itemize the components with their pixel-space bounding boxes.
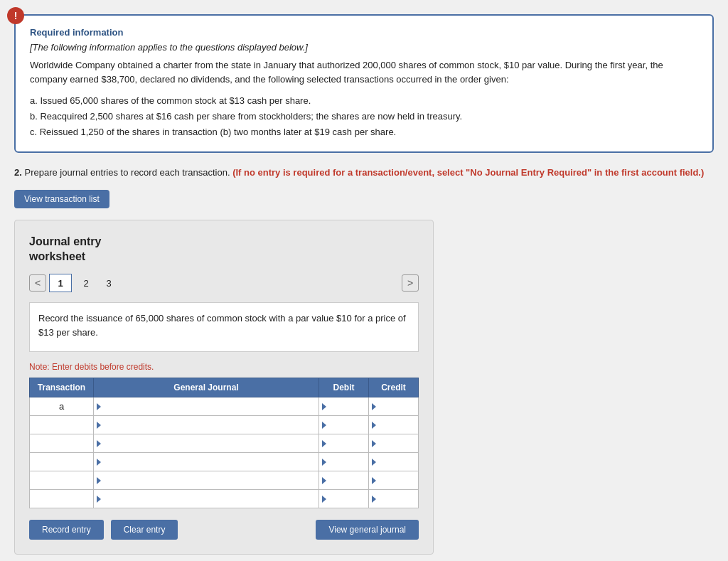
triangle-icon	[97, 440, 101, 447]
table-row: a	[30, 397, 419, 416]
triangle-icon	[322, 459, 326, 466]
table-row	[30, 490, 419, 508]
info-list: a. Issued 65,000 shares of the common st…	[30, 93, 698, 140]
general-journal-input[interactable]	[102, 492, 316, 506]
info-icon: !	[7, 7, 24, 24]
transaction-cell	[30, 471, 94, 490]
nav-current-page: 1	[49, 274, 72, 292]
debit-input[interactable]	[328, 455, 365, 469]
transaction-cell	[30, 416, 94, 434]
general-journal-input[interactable]	[102, 455, 316, 469]
worksheet-title: Journal entry worksheet	[29, 235, 419, 265]
button-row: Record entry Clear entry View general jo…	[29, 520, 419, 540]
general-journal-input[interactable]	[102, 437, 316, 450]
col-debit: Debit	[319, 378, 369, 397]
clear-entry-button[interactable]: Clear entry	[111, 520, 178, 540]
table-row	[30, 416, 419, 434]
general-journal-cell[interactable]	[94, 434, 319, 453]
list-item: b. Reacquired 2,500 shares at $16 cash p…	[30, 109, 698, 124]
triangle-icon	[97, 422, 101, 429]
debit-cell[interactable]	[319, 471, 369, 490]
list-item: a. Issued 65,000 shares of the common st…	[30, 93, 698, 109]
required-info-title: Required information	[30, 27, 698, 38]
general-journal-cell[interactable]	[94, 471, 319, 490]
table-row	[30, 453, 419, 471]
list-item: c. Reissued 1,250 of the shares in trans…	[30, 124, 698, 140]
table-row	[30, 434, 419, 453]
triangle-icon	[97, 477, 101, 484]
triangle-icon	[372, 496, 376, 503]
credit-cell[interactable]	[369, 397, 419, 416]
nav-page-2[interactable]: 2	[77, 274, 95, 292]
debit-input[interactable]	[328, 474, 365, 487]
record-entry-button[interactable]: Record entry	[29, 520, 104, 540]
triangle-icon	[372, 440, 376, 447]
triangle-icon	[372, 422, 376, 429]
transaction-cell	[30, 490, 94, 508]
credit-input[interactable]	[378, 474, 415, 487]
debit-input[interactable]	[328, 437, 365, 450]
credit-cell[interactable]	[369, 471, 419, 490]
transaction-cell	[30, 434, 94, 453]
nav-next-button[interactable]: >	[402, 274, 419, 292]
credit-input[interactable]	[378, 492, 415, 506]
general-journal-cell[interactable]	[94, 490, 319, 508]
general-journal-input[interactable]	[102, 418, 316, 432]
credit-cell[interactable]	[369, 416, 419, 434]
general-journal-input[interactable]	[102, 474, 316, 487]
general-journal-cell[interactable]	[94, 453, 319, 471]
debit-cell[interactable]	[319, 490, 369, 508]
credit-cell[interactable]	[369, 434, 419, 453]
transaction-cell: a	[30, 397, 94, 416]
credit-input[interactable]	[378, 400, 415, 413]
instruction-box: Record the issuance of 65,000 shares of …	[29, 302, 419, 352]
debit-input[interactable]	[328, 400, 365, 413]
debit-cell[interactable]	[319, 453, 369, 471]
credit-input[interactable]	[378, 455, 415, 469]
debit-cell[interactable]	[319, 434, 369, 453]
question-red-text: (If no entry is required for a transacti…	[232, 167, 704, 178]
triangle-icon	[322, 403, 326, 410]
view-general-journal-button[interactable]: View general journal	[316, 520, 419, 540]
worksheet-container: Journal entry worksheet < 1 2 3 > Record…	[14, 220, 434, 555]
question-main: Prepare journal entries to record each t…	[24, 167, 230, 178]
view-transaction-button[interactable]: View transaction list	[14, 190, 109, 208]
triangle-icon	[372, 459, 376, 466]
general-journal-cell[interactable]	[94, 397, 319, 416]
credit-input[interactable]	[378, 437, 415, 450]
question-text: 2. Prepare journal entries to record eac…	[14, 166, 714, 180]
debit-cell[interactable]	[319, 397, 369, 416]
info-box: ! Required information [The following in…	[14, 14, 714, 153]
triangle-icon	[97, 459, 101, 466]
credit-cell[interactable]	[369, 453, 419, 471]
triangle-icon	[322, 477, 326, 484]
triangle-icon	[97, 496, 101, 503]
info-body-text: Worldwide Company obtained a charter fro…	[30, 58, 698, 86]
credit-input[interactable]	[378, 418, 415, 432]
debit-input[interactable]	[328, 418, 365, 432]
note-text: Note: Enter debits before credits.	[29, 362, 419, 372]
info-italic-text: [The following information applies to th…	[30, 42, 698, 53]
general-journal-cell[interactable]	[94, 416, 319, 434]
general-journal-input[interactable]	[102, 400, 316, 413]
debit-input[interactable]	[328, 492, 365, 506]
table-row	[30, 471, 419, 490]
transaction-cell	[30, 453, 94, 471]
col-transaction: Transaction	[30, 378, 94, 397]
nav-page-3[interactable]: 3	[100, 274, 117, 292]
journal-table: Transaction General Journal Debit Credit…	[29, 378, 419, 508]
col-general-journal: General Journal	[94, 378, 319, 397]
triangle-icon	[322, 440, 326, 447]
debit-cell[interactable]	[319, 416, 369, 434]
nav-row: < 1 2 3 >	[29, 274, 419, 292]
triangle-icon	[372, 477, 376, 484]
nav-prev-button[interactable]: <	[29, 274, 46, 292]
triangle-icon	[372, 403, 376, 410]
triangle-icon	[322, 496, 326, 503]
question-number: 2.	[14, 167, 22, 178]
col-credit: Credit	[369, 378, 419, 397]
triangle-icon	[97, 403, 101, 410]
triangle-icon	[322, 422, 326, 429]
credit-cell[interactable]	[369, 490, 419, 508]
